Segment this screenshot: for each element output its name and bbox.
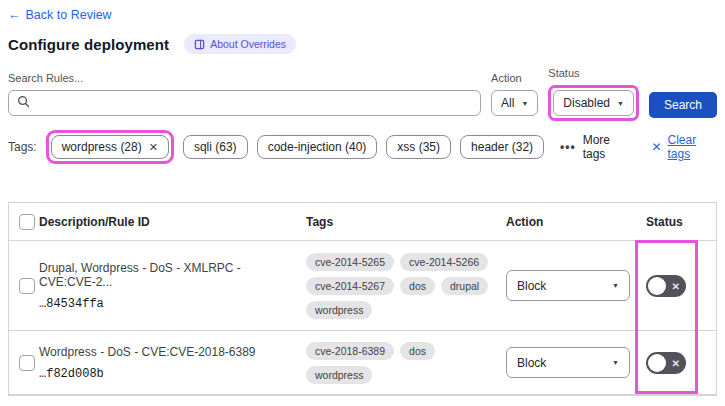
tag-badge: wordpress xyxy=(306,301,372,319)
action-select-value: Block xyxy=(517,356,546,370)
header-checkbox-cell xyxy=(9,214,39,230)
chevron-down-icon: ▼ xyxy=(521,100,528,107)
back-arrow-icon: ← xyxy=(8,8,21,22)
about-overrides-label: About Overrides xyxy=(210,38,286,50)
col-header-status: Status xyxy=(636,215,716,229)
action-select-value: Block xyxy=(517,279,546,293)
col-header-description: Description/Rule ID xyxy=(39,215,297,229)
description-cell: Drupal, Wordpress - DoS - XMLRPC - CVE:C… xyxy=(39,261,297,311)
search-group: Search Rules... xyxy=(8,72,481,121)
table-row: Drupal, Wordpress - DoS - XMLRPC - CVE:C… xyxy=(9,241,716,331)
tags-bar-label: Tags: xyxy=(8,140,37,154)
col-header-tags: Tags xyxy=(297,215,497,229)
toggle-knob xyxy=(648,277,666,295)
status-filter-value: Disabled xyxy=(563,96,610,110)
annotation-highlight-status-filter: Disabled ▼ xyxy=(548,85,639,121)
chevron-down-icon: ▼ xyxy=(612,359,619,366)
tags-cell: cve-2018-6389 dos wordpress xyxy=(297,342,497,384)
rule-id: …84534ffa xyxy=(39,297,297,311)
page-title: Configure deployment xyxy=(8,36,169,53)
tag-badge: cve-2014-5266 xyxy=(400,253,488,271)
status-cell: ✕ xyxy=(636,275,716,297)
row-checkbox[interactable] xyxy=(19,355,35,371)
search-button[interactable]: Search xyxy=(649,92,717,118)
chevron-down-icon: ▼ xyxy=(612,282,619,289)
action-cell: Block ▼ xyxy=(497,347,636,378)
action-filter-value: All xyxy=(501,96,514,110)
tag-badge: cve-2014-5265 xyxy=(306,253,394,271)
row-checkbox-cell xyxy=(9,278,39,294)
table-header-row: Description/Rule ID Tags Action Status xyxy=(9,203,716,241)
col-header-action: Action xyxy=(497,215,636,229)
title-row: Configure deployment About Overrides xyxy=(8,34,717,54)
tag-filter-sqli[interactable]: sqli (63) xyxy=(183,135,248,159)
toggle-off-icon: ✕ xyxy=(672,280,680,291)
more-tags-label: More tags xyxy=(583,133,631,161)
tag-badge: dos xyxy=(400,342,435,360)
tag-badge: cve-2018-6389 xyxy=(306,342,394,360)
tag-filter-wordpress[interactable]: wordpress (28) ✕ xyxy=(51,135,169,159)
status-toggle-off[interactable]: ✕ xyxy=(646,352,686,374)
select-all-checkbox[interactable] xyxy=(19,214,35,230)
clear-tags-button[interactable]: ✕ Clear tags xyxy=(651,133,717,161)
rules-table: Description/Rule ID Tags Action Status D… xyxy=(8,202,717,396)
action-filter-group: Action All ▼ xyxy=(491,72,538,121)
row-checkbox[interactable] xyxy=(19,278,35,294)
tag-filter-header-label: header (32) xyxy=(471,140,533,154)
tag-filter-code-injection-label: code-injection (40) xyxy=(268,140,367,154)
filter-row: Search Rules... Action All ▼ Status Disa… xyxy=(8,67,717,121)
rule-description: Wordpress - DoS - CVE:CVE-2018-6389 xyxy=(39,345,297,359)
status-filter-group: Status Disabled ▼ xyxy=(548,67,639,121)
clear-tags-x-icon: ✕ xyxy=(651,140,661,154)
rule-id: …f82d008b xyxy=(39,367,297,381)
description-cell: Wordpress - DoS - CVE:CVE-2018-6389 …f82… xyxy=(39,345,297,381)
clear-tags-label: Clear tags xyxy=(668,133,717,161)
search-rules-label: Search Rules... xyxy=(8,72,481,84)
tag-badge-list: cve-2018-6389 dos wordpress xyxy=(306,342,497,384)
action-cell: Block ▼ xyxy=(497,270,636,301)
search-rules-input[interactable] xyxy=(36,96,472,110)
rule-description: Drupal, Wordpress - DoS - XMLRPC - CVE:C… xyxy=(39,261,297,289)
tag-filter-code-injection[interactable]: code-injection (40) xyxy=(257,135,378,159)
tag-filter-sqli-label: sqli (63) xyxy=(194,140,237,154)
chevron-down-icon: ▼ xyxy=(617,100,624,107)
status-toggle-off[interactable]: ✕ xyxy=(646,275,686,297)
action-filter-label: Action xyxy=(491,72,538,84)
status-cell: ✕ xyxy=(636,352,716,374)
tag-badge: drupal xyxy=(441,277,488,295)
tags-cell: cve-2014-5265 cve-2014-5266 cve-2014-526… xyxy=(297,253,497,319)
about-overrides-badge[interactable]: About Overrides xyxy=(184,34,296,54)
tag-filter-wordpress-label: wordpress (28) xyxy=(62,140,142,154)
tags-bar: Tags: wordpress (28) ✕ sqli (63) code-in… xyxy=(8,130,717,164)
tag-badge: dos xyxy=(400,277,435,295)
tag-filter-xss-label: xss (35) xyxy=(397,140,440,154)
annotation-highlight-wordpress-tag: wordpress (28) ✕ xyxy=(46,130,174,164)
book-icon xyxy=(194,39,205,50)
more-tags-button[interactable]: ••• More tags xyxy=(560,133,630,161)
status-filter-select[interactable]: Disabled ▼ xyxy=(553,90,634,116)
tag-filter-header[interactable]: header (32) xyxy=(460,135,544,159)
search-icon xyxy=(17,95,30,111)
back-link-label: Back to Review xyxy=(26,8,112,22)
tag-filter-xss[interactable]: xss (35) xyxy=(386,135,451,159)
tag-badge-list: cve-2014-5265 cve-2014-5266 cve-2014-526… xyxy=(306,253,497,319)
action-select[interactable]: Block ▼ xyxy=(506,347,630,378)
status-filter-label: Status xyxy=(548,67,639,79)
toggle-knob xyxy=(648,354,666,372)
configure-deployment-page: { "icons": { "back_arrow": "←", "close":… xyxy=(0,0,725,406)
row-checkbox-cell xyxy=(9,355,39,371)
search-box xyxy=(8,90,481,116)
action-filter-select[interactable]: All ▼ xyxy=(491,90,538,116)
tag-badge: wordpress xyxy=(306,366,372,384)
action-select[interactable]: Block ▼ xyxy=(506,270,630,301)
ellipsis-icon: ••• xyxy=(560,140,576,154)
remove-tag-icon[interactable]: ✕ xyxy=(149,141,158,154)
table-row: Wordpress - DoS - CVE:CVE-2018-6389 …f82… xyxy=(9,331,716,395)
toggle-off-icon: ✕ xyxy=(672,357,680,368)
back-to-review-link[interactable]: ← Back to Review xyxy=(8,8,112,22)
tag-badge: cve-2014-5267 xyxy=(306,277,394,295)
